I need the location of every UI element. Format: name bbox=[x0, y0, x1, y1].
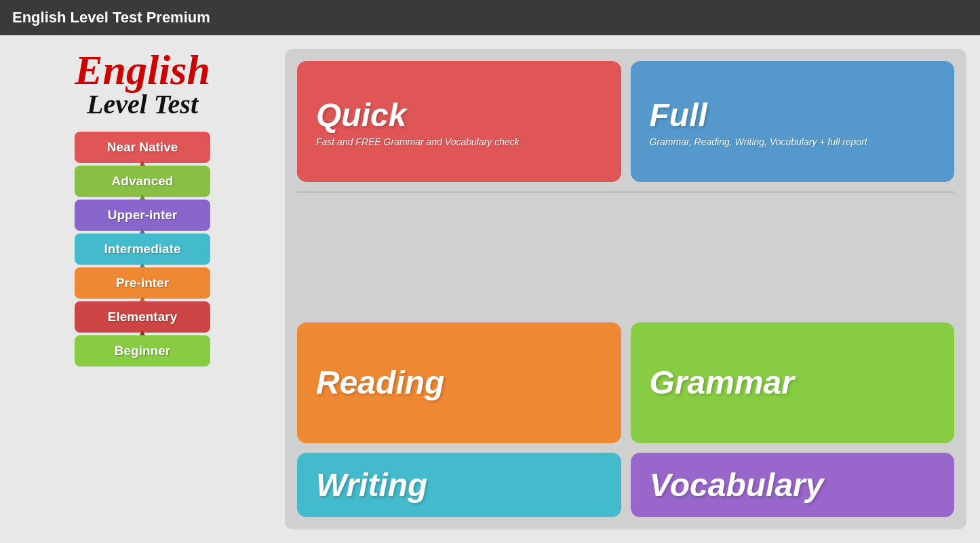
right-panel: Quick Fast and FREE Grammar and Vocabula… bbox=[285, 49, 966, 529]
card-full[interactable]: Full Grammar, Reading, Writing, Vocubula… bbox=[631, 61, 955, 182]
app-title: English Level Test Premium bbox=[12, 9, 210, 26]
card-vocabulary-title: Vocabulary bbox=[650, 466, 824, 504]
card-quick-title: Quick bbox=[316, 96, 406, 134]
card-reading-title: Reading bbox=[316, 364, 444, 401]
card-quick[interactable]: Quick Fast and FREE Grammar and Vocabula… bbox=[297, 61, 621, 182]
card-full-title: Full bbox=[650, 96, 707, 134]
titlebar: English Level Test Premium bbox=[0, 0, 980, 35]
card-quick-subtitle: Fast and FREE Grammar and Vocabulary che… bbox=[316, 136, 520, 147]
card-writing[interactable]: Writing bbox=[297, 453, 621, 517]
logo-leveltest: Level Test bbox=[75, 91, 210, 118]
card-vocabulary[interactable]: Vocabulary bbox=[631, 453, 955, 517]
level-ladder: Near Native ▲ Advanced ▲ Upper-inter ▲ I… bbox=[75, 132, 210, 367]
left-panel: English Level Test Near Native ▲ Advance… bbox=[14, 49, 271, 529]
card-full-subtitle: Grammar, Reading, Writing, Vocubulary + … bbox=[650, 136, 867, 147]
main-content: English Level Test Near Native ▲ Advance… bbox=[0, 35, 980, 543]
logo-area: English Level Test bbox=[75, 49, 210, 118]
level-beginner[interactable]: Beginner bbox=[75, 335, 210, 367]
card-writing-title: Writing bbox=[316, 466, 427, 504]
card-reading[interactable]: Reading bbox=[297, 322, 621, 443]
card-grammar[interactable]: Grammar bbox=[631, 322, 955, 443]
logo-english: English bbox=[75, 49, 210, 91]
card-grammar-title: Grammar bbox=[650, 364, 794, 401]
separator bbox=[297, 191, 954, 312]
